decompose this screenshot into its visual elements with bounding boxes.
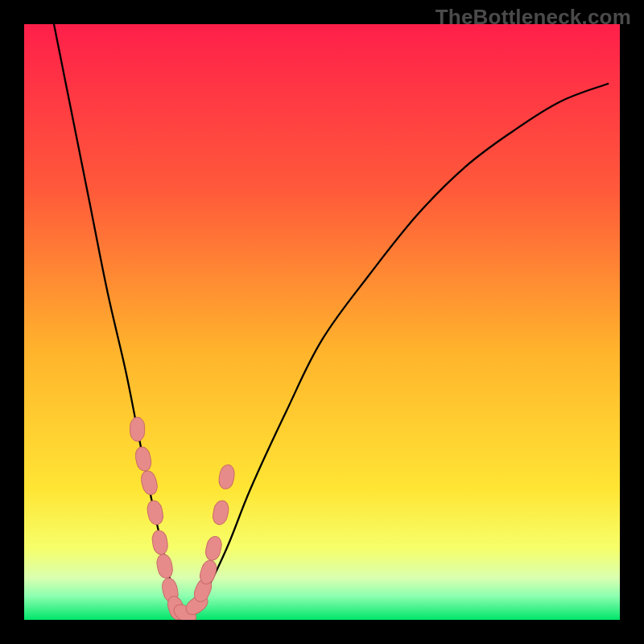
marker-point: [130, 417, 145, 441]
watermark-text: TheBottleneck.com: [436, 5, 631, 30]
marker-point: [204, 535, 223, 562]
bottleneck-curve: [54, 24, 608, 614]
marker-point: [146, 499, 165, 526]
curve-layer: [24, 24, 620, 620]
plot-area: [24, 24, 620, 620]
marker-point: [151, 530, 169, 555]
highlighted-points: [130, 417, 236, 620]
bottleneck-curve-path: [54, 24, 608, 614]
marker-point: [139, 469, 159, 496]
marker-point: [155, 553, 175, 580]
marker-point: [217, 464, 236, 490]
chart-frame: TheBottleneck.com: [0, 0, 644, 644]
marker-point: [134, 446, 153, 473]
marker-point: [211, 499, 230, 526]
